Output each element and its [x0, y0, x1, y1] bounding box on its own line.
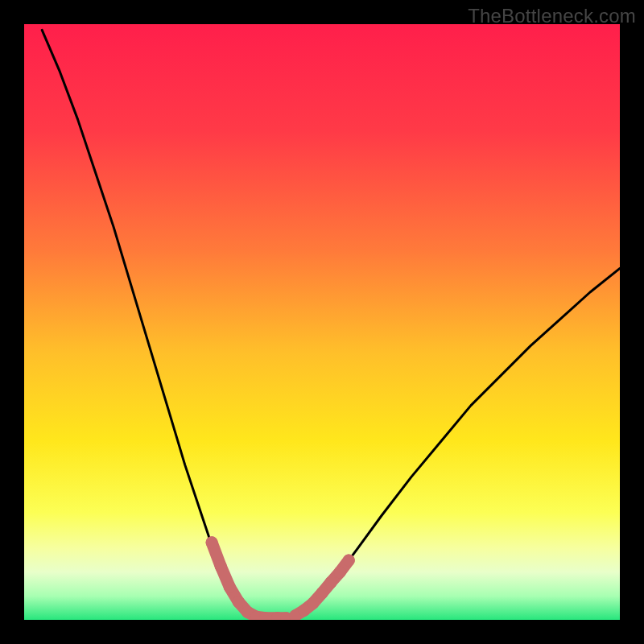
- chart-frame: TheBottleneck.com: [0, 0, 644, 644]
- chart-canvas: [24, 24, 620, 620]
- watermark-text: TheBottleneck.com: [468, 5, 636, 27]
